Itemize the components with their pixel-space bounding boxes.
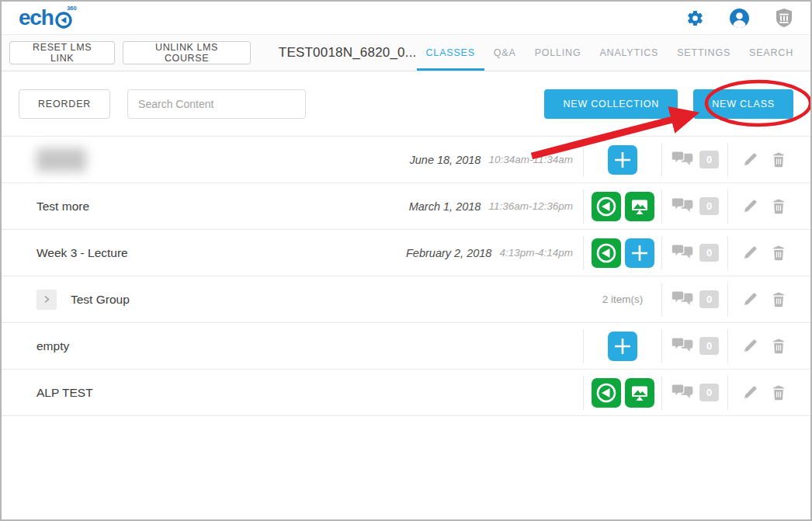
reset-lms-link-button[interactable]: RESET LMS LINK: [9, 41, 115, 64]
nav-tabs: CLASSESQ&APOLLINGANALYTICSSETTINGSSEARCH: [417, 35, 803, 71]
class-datetime: June 18, 2018 10:34am-11:34am: [86, 154, 583, 166]
user-profile-icon[interactable]: [729, 8, 750, 29]
echo360-app-window: ech 360: [0, 0, 812, 521]
class-datetime: March 1, 2018 11:36am-12:36pm: [89, 200, 583, 213]
tab-q-a[interactable]: Q&A: [484, 35, 526, 71]
class-name-link[interactable]: Test more: [36, 200, 89, 214]
class-row[interactable]: ALP TEST 0: [2, 370, 810, 416]
edit-class-button[interactable]: [743, 292, 758, 307]
content-toolbar: REORDER NEW COLLECTION NEW CLASS: [2, 71, 810, 136]
settings-gear-icon[interactable]: [686, 9, 704, 27]
slides-icon: [625, 192, 654, 221]
class-name-link[interactable]: ALP TEST: [36, 386, 93, 400]
chat-bubbles-icon: [671, 244, 694, 262]
unlink-lms-course-button[interactable]: UNLINK LMS COURSE: [123, 41, 251, 64]
edit-class-button[interactable]: [743, 245, 758, 260]
video-available-icon[interactable]: [592, 378, 621, 408]
pencil-icon: [743, 245, 758, 260]
discussions-button[interactable]: [671, 337, 694, 356]
comment-count-badge: 0: [699, 244, 719, 262]
presentation-available-icon[interactable]: [625, 378, 654, 408]
tab-search[interactable]: SEARCH: [740, 35, 803, 71]
lms-actions: RESET LMS LINK UNLINK LMS COURSE TEST001…: [9, 35, 417, 71]
class-row-left: Test Group: [36, 290, 130, 310]
class-time: 11:36am-12:36pm: [488, 200, 573, 212]
comment-count-badge: 0: [699, 151, 719, 168]
class-comments: 0: [662, 197, 727, 216]
trash-icon: [772, 292, 786, 307]
comment-count-badge: 0: [699, 197, 719, 215]
comment-count-badge: 0: [699, 337, 719, 355]
plus-icon: [608, 332, 637, 361]
class-row[interactable]: Test more March 1, 2018 11:36am-12:36pm …: [2, 183, 810, 230]
delete-class-button[interactable]: [772, 245, 786, 261]
tab-polling[interactable]: POLLING: [526, 35, 591, 71]
edit-class-button[interactable]: [743, 152, 758, 167]
add-content-button[interactable]: [608, 332, 637, 361]
class-time: 10:34am-11:34am: [488, 154, 573, 165]
class-edit-actions: [728, 199, 800, 214]
presentation-available-icon[interactable]: [625, 192, 654, 221]
add-content-button[interactable]: [625, 238, 654, 268]
class-comments: 0: [662, 244, 727, 262]
discussions-button[interactable]: [671, 290, 694, 309]
delete-class-button[interactable]: [772, 152, 786, 168]
edit-class-button[interactable]: [743, 199, 758, 214]
tab-classes[interactable]: CLASSES: [417, 35, 484, 71]
tab-analytics[interactable]: ANALYTICS: [590, 35, 668, 71]
class-time: 4:13pm-4:14pm: [499, 247, 573, 259]
class-row-left: ALP TEST: [36, 386, 93, 400]
add-content-button[interactable]: [608, 145, 637, 175]
class-name-link[interactable]: [36, 148, 86, 172]
delete-class-button[interactable]: [772, 292, 786, 307]
edit-class-button[interactable]: [743, 385, 758, 400]
delete-class-button[interactable]: [772, 199, 786, 214]
class-date: February 2, 2018: [406, 247, 491, 259]
class-row[interactable]: June 18, 2018 10:34am-11:34am 0: [2, 137, 810, 183]
delete-class-button[interactable]: [772, 385, 786, 401]
class-row-left: Week 3 - Lecture: [36, 246, 128, 260]
class-name-link[interactable]: Week 3 - Lecture: [36, 246, 128, 260]
class-comments: 0: [662, 384, 727, 402]
chat-bubbles-icon: [671, 151, 694, 169]
pencil-icon: [743, 199, 758, 214]
institution-icon[interactable]: [775, 8, 793, 28]
edit-class-button[interactable]: [743, 339, 758, 353]
tab-settings[interactable]: SETTINGS: [668, 35, 740, 71]
discussions-button[interactable]: [671, 197, 694, 216]
trash-icon: [772, 245, 786, 261]
discussions-button[interactable]: [671, 384, 694, 402]
class-row[interactable]: Week 3 - Lecture February 2, 2018 4:13pm…: [2, 230, 810, 276]
search-content-input[interactable]: [127, 89, 306, 119]
new-class-button[interactable]: NEW CLASS: [693, 89, 793, 119]
pencil-icon: [743, 152, 758, 167]
chat-bubbles-icon: [671, 290, 694, 309]
echo360-logo: ech 360: [19, 5, 74, 31]
class-datetime: February 2, 2018 4:13pm-4:14pm: [128, 247, 583, 259]
expand-group-button[interactable]: [36, 290, 57, 310]
video-available-icon[interactable]: [592, 192, 621, 221]
comment-count-badge: 0: [699, 290, 719, 308]
class-row-left: [36, 148, 86, 172]
class-row[interactable]: empty 0: [2, 323, 810, 370]
reorder-button[interactable]: REORDER: [19, 89, 110, 119]
plus-icon: [608, 145, 637, 175]
class-row[interactable]: Test Group 2 item(s) 0: [2, 276, 810, 323]
chat-bubbles-icon: [671, 384, 694, 402]
class-comments: 0: [662, 337, 727, 356]
video-available-icon[interactable]: [592, 238, 621, 268]
delete-class-button[interactable]: [772, 339, 786, 354]
discussions-button[interactable]: [671, 244, 694, 262]
new-collection-button[interactable]: NEW COLLECTION: [544, 89, 678, 119]
header-icons: [686, 8, 793, 29]
class-name-link[interactable]: empty: [36, 339, 69, 353]
logo-o-play-icon: 360: [54, 5, 74, 31]
class-media-slot: [584, 145, 661, 175]
logo-text: ech: [19, 6, 54, 30]
trash-icon: [772, 152, 786, 168]
pencil-icon: [743, 292, 758, 307]
discussions-button[interactable]: [671, 151, 694, 169]
class-name-link[interactable]: Test Group: [71, 293, 130, 307]
slides-icon: [625, 378, 654, 408]
toolbar-right-actions: NEW COLLECTION NEW CLASS: [544, 89, 793, 119]
